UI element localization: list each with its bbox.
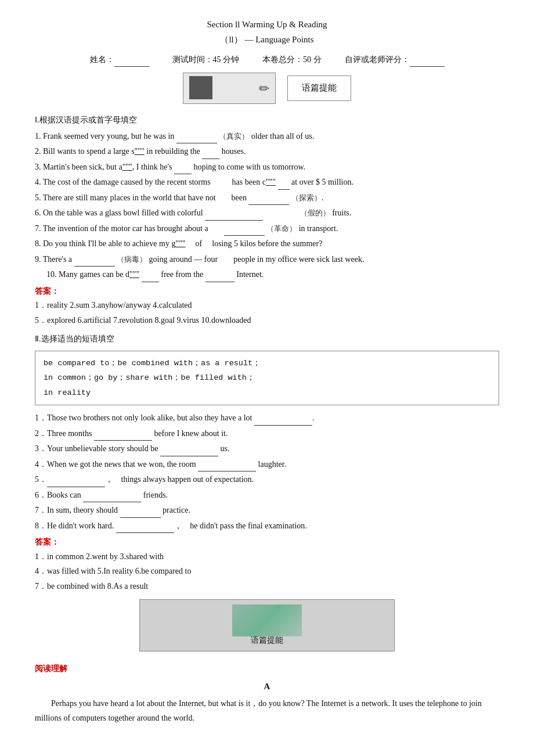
rating-label: 自评或老师评分： [345,53,445,67]
section1-answers: 1．reality 2.sum 3.anyhow/anyway 4.calcul… [35,298,499,327]
blank-6 [205,220,263,221]
section-label-box: 语篇提能 [287,75,351,101]
blank2-3 [160,456,218,456]
time-label: 测试时间：45 分钟 [172,53,240,67]
q2-1: 1．Those two brothers not only look alike… [35,411,499,426]
header-image-area: 语篇提能 [145,73,389,104]
q1-4: 4. The cost of the damage caused by the … [35,175,499,190]
blank2-8 [116,532,174,533]
q1-9: 9. There's a （病毒） going around — four pe… [35,253,499,267]
q2-2: 2．Three months before I knew about it. [35,427,499,441]
header-image [183,73,276,104]
section2-answers: 1．in common 2.went by 3.shared with 4．wa… [35,549,499,593]
q1-1: 1. Frank seemed very young, but he was i… [35,129,499,144]
meta-info: 姓名： 测试时间：45 分钟 本卷总分：50 分 自评或老师评分： [35,53,499,67]
q2-6: 6．Books can friends. [35,488,499,503]
blank-7 [224,235,265,236]
yupian-image-wrapper: 语篇提能 [35,599,499,651]
blank2-5 [47,487,105,487]
reading-section: 阅读理解 A Perhaps you have heard a lot abou… [35,662,499,726]
section1-title: Ⅰ.根据汉语提示或首字母填空 [35,113,499,127]
section2-questions: 1．Those two brothers not only look alike… [35,411,499,533]
q2-5: 5．， things always happen out of expectat… [35,473,499,487]
q1-8: 8. Do you think I'll be able to achieve … [35,237,499,251]
blank2-2 [94,440,152,441]
phrase-box: be compared to；be combined with；as a res… [35,351,499,406]
name-label: 姓名： [90,53,149,67]
section-title: Section ll Warming Up & Reading （ll） — L… [35,17,499,47]
section1-questions: 1. Frank seemed very young, but he was i… [35,129,499,282]
title-line2: （ll） — Language Points [35,33,499,48]
section-label: 语篇提能 [302,83,337,92]
blank-5 [248,204,289,205]
q1-5: 5. There are still many places in the wo… [35,191,499,206]
q1-6: 6. On the table was a glass bowl filled … [35,206,499,221]
yupian-image-box: 语篇提能 [139,599,395,651]
section1-answer-label: 答案： [35,285,499,298]
blank2-4 [198,471,256,471]
blank-1 [176,143,217,143]
total-label: 本卷总分：50 分 [262,53,322,67]
q2-4: 4．When we got the news that we won, the … [35,458,499,472]
section2-answer-label: 答案： [35,535,499,549]
reading-para: Perhaps you have heard a lot about the I… [35,696,499,725]
name-blank[interactable] [114,66,149,67]
blank-9 [74,266,115,267]
q2-3: 3．Your unbelievable story should be us. [35,442,499,456]
title-line1: Section ll Warming Up & Reading [35,17,499,33]
blank2-1 [254,425,312,426]
q1-2: 2. Bill wants to spend a large s""" in r… [35,145,499,159]
section2-title: Ⅱ.选择适当的短语填空 [35,332,499,346]
reading-title: 阅读理解 [35,662,499,676]
q1-10: 10. Many games can be d""" free from the… [35,268,499,282]
q1-3: 3. Martin's been sick, but a""", I think… [35,160,499,175]
q1-7: 7. The invention of the motor car has br… [35,222,499,236]
rating-blank[interactable] [410,66,445,67]
blank2-6 [83,502,141,502]
q2-8: 8．He didn't work hard. ， he didn't pass … [35,519,499,534]
q2-7: 7．In sum, theory should practice. [35,503,499,518]
blank2-7 [120,517,161,518]
yupian-image-decoration [232,604,302,636]
reading-subtitle: A [35,679,499,694]
